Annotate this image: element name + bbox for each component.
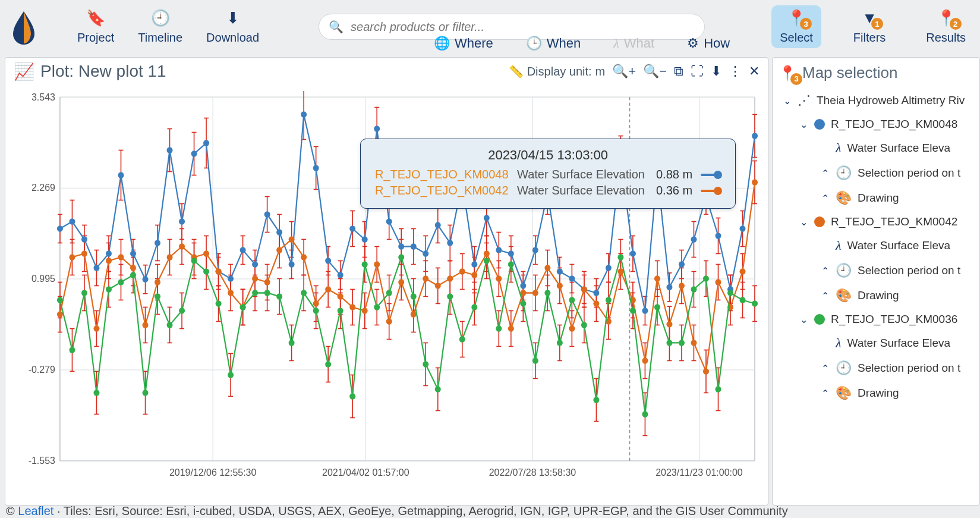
series-dot-icon [814, 314, 825, 325]
svg-point-551 [167, 147, 173, 153]
nav-results[interactable]: 📍2 Results [918, 5, 974, 48]
svg-point-669 [191, 258, 197, 263]
tree-leaf[interactable]: ⌃🎨Drawing [779, 186, 979, 211]
svg-point-678 [301, 290, 307, 296]
svg-point-673 [240, 304, 246, 310]
chart-area[interactable]: -1.553-0.2790.9952.2693.5432019/12/06 12… [12, 91, 761, 498]
chevron-up-icon: ⌃ [820, 168, 830, 179]
nav-timeline[interactable]: 🕘 Timeline [138, 9, 182, 45]
tree-item[interactable]: ⌄R_TEJO_TEJO_KM0048 [779, 113, 979, 136]
tab-label: Where [455, 36, 493, 51]
tree-leaf[interactable]: λWater Surface Eleva [779, 233, 979, 258]
tree-item[interactable]: ⌄R_TEJO_TEJO_KM0042 [779, 211, 979, 233]
tab-how[interactable]: ⚙How [687, 36, 730, 51]
svg-point-668 [179, 307, 185, 313]
svg-point-546 [106, 250, 112, 256]
badge: 2 [950, 18, 962, 30]
svg-point-554 [203, 140, 209, 146]
svg-point-667 [167, 322, 173, 328]
funnel-icon: ▼1 [862, 9, 877, 27]
nav-filters[interactable]: ▼1 Filters [845, 5, 894, 48]
lambda-icon: λ [613, 36, 619, 51]
svg-point-662 [106, 286, 112, 292]
svg-point-707 [654, 304, 660, 310]
svg-point-605 [118, 254, 124, 260]
search-icon: 🔍 [329, 20, 344, 34]
zoom-in-button[interactable]: 🔍+ [612, 64, 636, 79]
svg-point-700 [569, 297, 575, 303]
tree-leaf[interactable]: ⌃🕘Selection period on t [779, 258, 979, 283]
download-button[interactable]: ⬇ [711, 64, 721, 79]
svg-point-579 [508, 250, 514, 256]
svg-point-580 [520, 282, 526, 288]
close-button[interactable]: ✕ [749, 64, 760, 79]
clock-icon: 🕘 [151, 9, 170, 27]
svg-point-542 [57, 225, 63, 231]
svg-point-671 [216, 300, 222, 306]
tab-when[interactable]: 🕒When [526, 36, 581, 51]
svg-point-628 [398, 279, 404, 285]
svg-point-608 [155, 279, 160, 285]
chevron-up-icon: ⌃ [820, 388, 830, 399]
nav-select[interactable]: 📍3 Select [771, 5, 821, 48]
tab-where[interactable]: 🌐Where [434, 36, 493, 51]
nav-project[interactable]: 🔖 Project [77, 9, 114, 45]
tooltip-var: Water Surface Elevation [517, 184, 648, 197]
svg-point-570 [398, 243, 404, 249]
svg-point-637 [508, 325, 514, 331]
tree-leaf[interactable]: ⌃🎨Drawing [779, 283, 979, 308]
svg-point-694 [496, 325, 502, 331]
tree-item[interactable]: ⌄R_TEJO_TEJO_KM0036 [779, 308, 979, 331]
svg-point-552 [179, 218, 185, 224]
attribution: © Leaflet · Tiles: Esri, Source: Esri, i… [6, 504, 788, 518]
svg-point-710 [691, 286, 697, 292]
svg-point-677 [289, 340, 295, 346]
svg-point-635 [484, 250, 490, 256]
svg-point-674 [252, 290, 258, 296]
tree-leaf[interactable]: ⌃🕘Selection period on t [779, 356, 979, 381]
svg-point-559 [264, 211, 270, 217]
svg-point-695 [508, 261, 514, 267]
svg-point-689 [435, 386, 441, 392]
svg-point-685 [386, 290, 392, 296]
swatch-icon [701, 174, 721, 176]
nav-group: 🔖 Project 🕘 Timeline ⬇ Download [77, 9, 259, 45]
nav-label: Project [77, 31, 114, 45]
leaf-label: Drawing [858, 191, 899, 205]
tree-leaf[interactable]: ⌃🕘Selection period on t [779, 161, 979, 186]
tree-leaf[interactable]: ⌃🎨Drawing [779, 381, 979, 406]
svg-point-545 [93, 265, 99, 271]
svg-point-612 [203, 250, 209, 256]
tree-group[interactable]: ⌄⋰Theia Hydroweb Altimetry Riv [779, 88, 979, 113]
nav-label: Download [206, 31, 259, 45]
tree-leaf[interactable]: λWater Surface Eleva [779, 331, 979, 356]
svg-point-676 [276, 293, 282, 299]
scan-button[interactable]: ⛶ [691, 64, 704, 79]
zoom-out-button[interactable]: 🔍− [643, 64, 667, 79]
svg-point-562 [301, 111, 307, 117]
svg-point-624 [349, 304, 355, 310]
selection-tree: ⌄⋰Theia Hydroweb Altimetry Riv⌄R_TEJO_TE… [779, 88, 979, 406]
tab-label: When [547, 36, 581, 51]
svg-text:2023/11/23 01:00:00: 2023/11/23 01:00:00 [656, 466, 743, 477]
svg-point-600 [57, 311, 63, 317]
chevron-down-icon: ⌄ [799, 119, 808, 130]
tree-leaf[interactable]: λWater Surface Eleva [779, 136, 979, 161]
svg-point-589 [630, 250, 636, 256]
svg-point-702 [593, 397, 599, 403]
badge: 3 [790, 73, 802, 85]
crop-button[interactable]: ⧉ [674, 64, 683, 79]
chart-icon: 📈 [14, 62, 34, 81]
nav-download[interactable]: ⬇ Download [206, 9, 259, 45]
leaflet-link[interactable]: Leaflet [18, 504, 53, 517]
tab-what[interactable]: λWhat [613, 36, 654, 51]
palette-icon: 🎨 [836, 288, 852, 303]
svg-point-675 [264, 290, 270, 296]
svg-point-599 [752, 133, 758, 139]
more-button[interactable]: ⋮ [729, 64, 742, 79]
palette-icon: 🎨 [836, 385, 852, 401]
search-input[interactable] [349, 20, 695, 34]
svg-point-693 [484, 258, 490, 263]
plot-title: 📈 Plot: New plot 11 [14, 62, 166, 81]
svg-point-651 [679, 282, 685, 288]
